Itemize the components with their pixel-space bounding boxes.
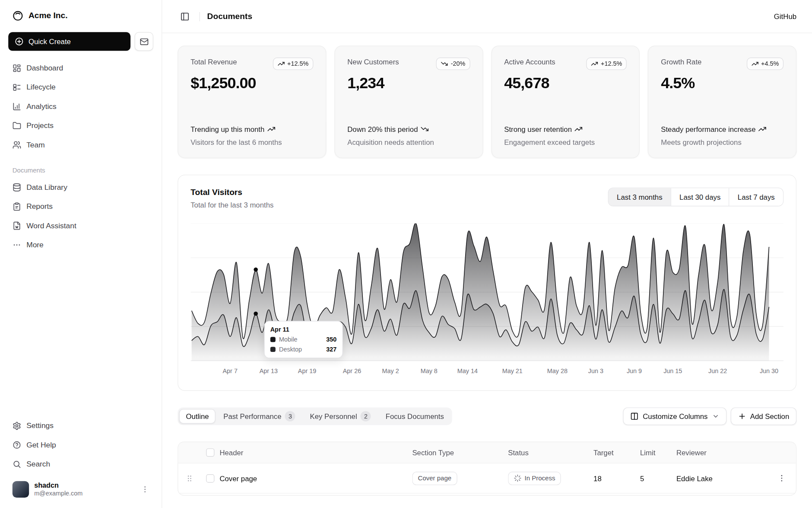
range-last-3-months[interactable]: Last 3 months [609, 188, 671, 206]
trend-badge: +12.5% [273, 58, 314, 70]
quick-create-row: Quick Create [8, 32, 153, 51]
sidebar-item-projects[interactable]: Projects [8, 117, 153, 134]
table-row: Cover page Cover page In Process 18 5 Ed… [178, 463, 796, 493]
nav-label: Projects [26, 121, 54, 130]
tab-count-badge: 2 [361, 411, 371, 422]
cell-reviewer: Eddie Lake [676, 474, 767, 482]
nav-label: More [26, 240, 44, 249]
help-icon [13, 441, 21, 449]
folder-icon [13, 121, 21, 130]
col-target: Target [593, 448, 640, 457]
stat-card-footer-secondary: Meets growth projections [661, 138, 783, 146]
cell-target: 18 [593, 474, 640, 482]
series-swatch [270, 337, 276, 342]
panel-left-icon [180, 12, 190, 21]
trend-up-icon [758, 125, 766, 133]
loader-icon [514, 474, 521, 482]
table-body: Cover page Cover page In Process 18 5 Ed… [178, 463, 796, 496]
tab-outline[interactable]: Outline [179, 409, 216, 424]
sidebar-item-team[interactable]: Team [8, 136, 153, 153]
cell-header[interactable]: Cover page [219, 474, 412, 482]
tab-key-personnel[interactable]: Key Personnel 2 [303, 409, 378, 424]
tab-count-badge: 3 [285, 411, 295, 422]
sidebar-item-more[interactable]: More [8, 236, 153, 254]
org-name: Acme Inc. [29, 11, 68, 20]
stat-card-title: Total Revenue [190, 58, 237, 66]
sidebar-toggle-button[interactable] [178, 9, 192, 24]
sections-table: HeaderSection TypeStatusTargetLimitRevie… [178, 442, 796, 496]
page-content: Total Revenue +12.5% $1,250.00 Trending … [162, 33, 812, 508]
app-root: Acme Inc. Quick Create Dashboard Lifecyc… [0, 0, 812, 508]
tab-label: Past Performance [223, 412, 281, 420]
users-icon [13, 140, 21, 149]
svg-text:Apr 19: Apr 19 [298, 367, 316, 374]
nav-label: Search [26, 460, 50, 468]
select-all-checkbox[interactable] [206, 448, 214, 457]
sidebar-item-dashboard[interactable]: Dashboard [8, 59, 153, 77]
stat-card-footer-primary: Trending up this month [190, 124, 313, 135]
view-tabs: Outline Past Performance 3 Key Personnel… [178, 407, 452, 425]
row-checkbox[interactable] [206, 474, 214, 482]
columns-icon [630, 412, 638, 420]
grip-vertical-icon[interactable] [185, 473, 194, 483]
sidebar-nav-documents: Data Library Reports Word Assistant More [8, 178, 153, 253]
svg-text:Jun 22: Jun 22 [708, 367, 727, 374]
stat-card-footer-primary: Steady performance increase [661, 124, 783, 135]
lifecycle-icon [13, 83, 21, 91]
range-last-30-days[interactable]: Last 30 days [671, 188, 729, 206]
search-icon [13, 460, 21, 468]
sidebar-item-search[interactable]: Search [8, 455, 153, 473]
plus-circle-icon [15, 37, 24, 46]
tooltip-date: Apr 11 [270, 326, 336, 333]
trend-up-icon [267, 125, 275, 133]
range-last-7-days[interactable]: Last 7 days [729, 188, 783, 206]
stat-card-value: 1,234 [347, 74, 470, 92]
col-select [201, 448, 219, 457]
sidebar-item-get-help[interactable]: Get Help [8, 436, 153, 454]
cell-limit: 5 [640, 474, 676, 482]
user-menu[interactable]: shadcn m@example.com [8, 478, 153, 501]
sidebar-item-reports[interactable]: Reports [8, 198, 153, 215]
trend-up-icon [574, 125, 583, 133]
sidebar-item-analytics[interactable]: Analytics [8, 97, 153, 115]
svg-text:May 14: May 14 [457, 367, 478, 374]
stat-card-title: Active Accounts [504, 58, 555, 66]
trend-down-icon [421, 125, 429, 133]
status-badge: In Process [508, 471, 561, 485]
visitors-chart[interactable]: Apr 7Apr 13Apr 19Apr 26May 2May 8May 14M… [190, 224, 783, 380]
trend-up-icon [591, 60, 598, 67]
svg-text:Apr 7: Apr 7 [223, 367, 238, 374]
tab-past-performance[interactable]: Past Performance 3 [217, 409, 302, 424]
nav-label: Dashboard [26, 64, 63, 72]
database-icon [13, 183, 21, 192]
analytics-icon [13, 102, 21, 111]
add-section-button[interactable]: Add Section [730, 407, 796, 425]
svg-text:Jun 15: Jun 15 [663, 367, 682, 374]
stat-cards: Total Revenue +12.5% $1,250.00 Trending … [178, 46, 796, 158]
github-link[interactable]: GitHub [774, 12, 796, 20]
dots-icon [13, 240, 21, 249]
svg-text:Jun 3: Jun 3 [588, 367, 603, 374]
sidebar-nav-main: Dashboard Lifecycle Analytics Projects T… [8, 59, 153, 153]
gear-icon [13, 421, 21, 430]
customize-columns-button[interactable]: Customize Columns [623, 407, 726, 425]
col-section-type: Section Type [412, 448, 508, 457]
sidebar-item-settings[interactable]: Settings [8, 417, 153, 435]
main-area: Documents GitHub Total Revenue +12.5% $1… [162, 0, 812, 508]
dashboard-icon [13, 64, 21, 72]
nav-label: Analytics [26, 102, 57, 110]
inbox-button[interactable] [135, 32, 153, 51]
org-switcher[interactable]: Acme Inc. [8, 6, 153, 25]
stat-card-growth-rate: Growth Rate +4.5% 4.5% Steady performanc… [648, 46, 796, 158]
stat-card-title: New Customers [347, 58, 399, 66]
sidebar-item-data-library[interactable]: Data Library [8, 178, 153, 196]
sidebar-item-lifecycle[interactable]: Lifecycle [8, 78, 153, 96]
tab-label: Key Personnel [310, 412, 357, 420]
mail-icon [140, 37, 148, 46]
row-actions-button[interactable] [774, 471, 789, 486]
tab-focus-documents[interactable]: Focus Documents [379, 409, 450, 424]
quick-create-button[interactable]: Quick Create [8, 32, 130, 51]
stat-card-title: Growth Rate [661, 58, 701, 66]
page-title: Documents [207, 12, 252, 21]
sidebar-item-word-assistant[interactable]: Word Assistant [8, 217, 153, 234]
